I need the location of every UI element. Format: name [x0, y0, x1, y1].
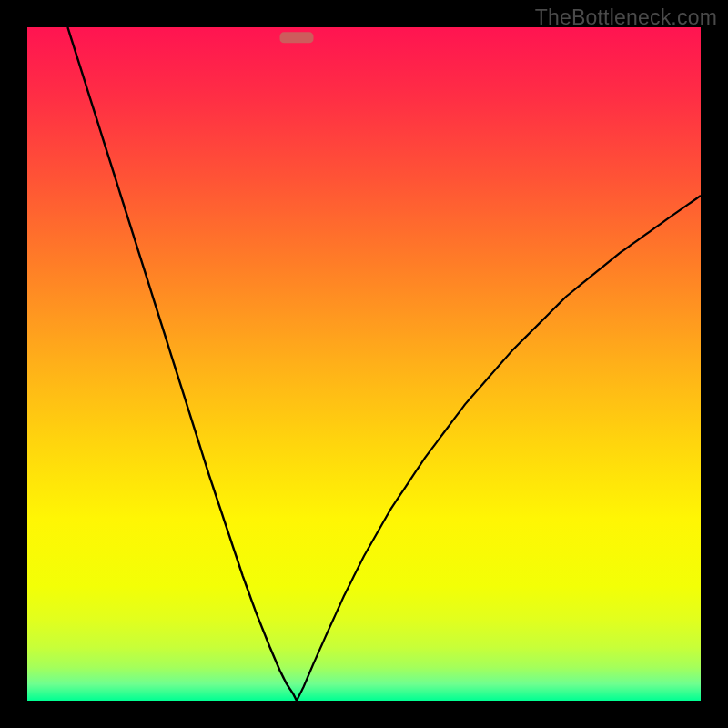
chart-frame: TheBottleneck.com [0, 0, 728, 728]
optimum-marker [280, 32, 314, 43]
plot-svg [27, 27, 701, 701]
gradient-background [27, 27, 701, 701]
plot-area [27, 27, 701, 701]
watermark-text: TheBottleneck.com [535, 5, 717, 30]
